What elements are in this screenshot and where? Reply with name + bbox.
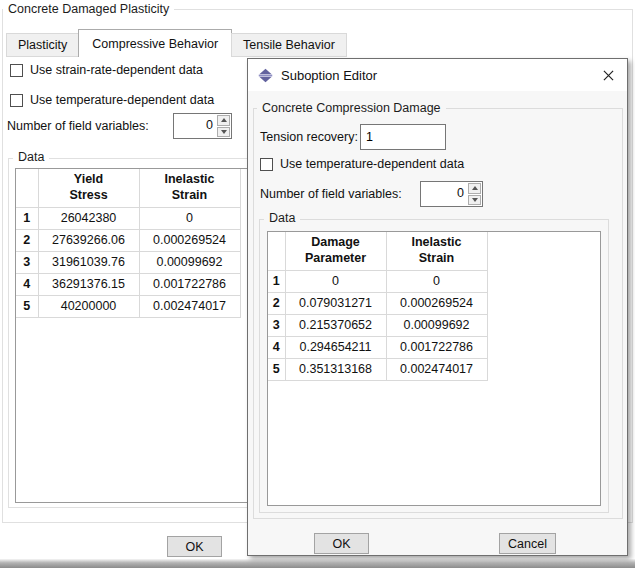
temperature-checkbox-label: Use temperature-dependent data: [30, 93, 214, 107]
table-row: 1260423800: [16, 207, 240, 229]
table-cell[interactable]: 0: [285, 270, 386, 292]
table-cell[interactable]: 0.00099692: [386, 314, 487, 336]
row-number: 2: [268, 292, 285, 314]
damage-parameter-table: Damage Parameter Inelastic Strain 10020.…: [267, 231, 601, 506]
table-cell[interactable]: 0.000269524: [139, 229, 240, 251]
damage-parameter-header: Damage Parameter: [285, 232, 386, 270]
inelastic-strain-header: Inelastic Strain: [386, 232, 487, 270]
tab-tensile-behavior[interactable]: Tensile Behavior: [231, 33, 347, 57]
table-row: 50.3513131680.002474017: [268, 358, 487, 380]
table-row: 30.2153706520.00099692: [268, 314, 487, 336]
data-group-label: Data: [13, 150, 49, 164]
tab-bar: Plasticity Compressive Behavior Tensile …: [6, 29, 347, 57]
dialog-cancel-button[interactable]: Cancel: [499, 533, 556, 554]
spinner-arrows: [467, 182, 482, 206]
concrete-damaged-plasticity-editor: Concrete Damaged Plasticity Plasticity C…: [0, 0, 635, 568]
table-cell[interactable]: 40200000: [38, 295, 139, 317]
yield-stress-header: Yield Stress: [38, 169, 139, 207]
table-row: 5402000000.002474017: [16, 295, 240, 317]
table-cell[interactable]: 31961039.76: [38, 251, 139, 273]
table-row: 436291376.150.001722786: [16, 273, 240, 295]
abaqus-icon: [258, 68, 273, 83]
up-arrow-icon: [472, 186, 478, 190]
corner-header-cell: [268, 232, 285, 270]
table-cell[interactable]: 0.079031271: [285, 292, 386, 314]
table-cell[interactable]: 0.001722786: [139, 273, 240, 295]
down-arrow-icon: [472, 198, 478, 202]
spinner-arrows: [216, 114, 231, 138]
strain-rate-checkbox[interactable]: [10, 64, 23, 77]
table-header-row: Yield Stress Inelastic Strain: [16, 169, 240, 207]
temperature-checkbox[interactable]: [10, 94, 23, 107]
suboption-editor-dialog: Suboption Editor Concrete Compression Da…: [247, 58, 628, 556]
table-cell[interactable]: 0: [139, 207, 240, 229]
table-row: 20.0790312710.000269524: [268, 292, 487, 314]
tab-compressive-behavior[interactable]: Compressive Behavior: [78, 29, 232, 57]
page-title: Concrete Damaged Plasticity: [3, 2, 174, 16]
dialog-temperature-checkbox-label: Use temperature-dependent data: [280, 157, 464, 171]
table-cell[interactable]: 0.294654211: [285, 336, 386, 358]
table-cell[interactable]: 0.002474017: [139, 295, 240, 317]
table-cell[interactable]: 0.351313168: [285, 358, 386, 380]
dialog-temperature-checkbox-row: Use temperature-dependent data: [260, 157, 464, 171]
table-cell[interactable]: 0.215370652: [285, 314, 386, 336]
field-variables-value[interactable]: 0: [174, 114, 216, 138]
table-row: 100: [268, 270, 487, 292]
corner-header-cell: [16, 169, 38, 207]
row-number: 1: [268, 270, 285, 292]
row-number: 5: [16, 295, 38, 317]
strain-rate-checkbox-label: Use strain-rate-dependent data: [30, 63, 203, 77]
dialog-ok-button[interactable]: OK: [314, 533, 369, 554]
dialog-field-variables-value[interactable]: 0: [421, 182, 467, 206]
dialog-field-variables-label: Number of field variables:: [260, 187, 402, 201]
table-cell[interactable]: 36291376.15: [38, 273, 139, 295]
row-number: 3: [268, 314, 285, 336]
table-row: 331961039.760.00099692: [16, 251, 240, 273]
table-row: 40.2946542110.001722786: [268, 336, 487, 358]
table-cell[interactable]: 26042380: [38, 207, 139, 229]
dialog-field-variables-spinbox[interactable]: 0: [420, 181, 483, 207]
dialog-title: Suboption Editor: [281, 68, 599, 83]
table-cell[interactable]: 0.00099692: [139, 251, 240, 273]
table-header-row: Damage Parameter Inelastic Strain: [268, 232, 487, 270]
table-cell[interactable]: 27639266.06: [38, 229, 139, 251]
table-cell[interactable]: 0.002474017: [386, 358, 487, 380]
tension-recovery-input[interactable]: [360, 124, 446, 150]
dialog-titlebar[interactable]: Suboption Editor: [248, 59, 627, 91]
row-number: 2: [16, 229, 38, 251]
field-variables-label: Number of field variables:: [7, 119, 149, 133]
spin-down-button[interactable]: [217, 127, 230, 138]
row-number: 4: [268, 336, 285, 358]
inelastic-strain-header: Inelastic Strain: [139, 169, 240, 207]
row-number: 3: [16, 251, 38, 273]
window-bottom-edge: [0, 560, 635, 568]
dialog-temperature-checkbox[interactable]: [260, 158, 273, 171]
main-ok-button[interactable]: OK: [167, 536, 222, 557]
dialog-data-group-label: Data: [264, 211, 300, 225]
close-icon[interactable]: [599, 66, 617, 84]
up-arrow-icon: [221, 118, 227, 122]
spin-up-button[interactable]: [217, 115, 230, 126]
row-number: 1: [16, 207, 38, 229]
strain-rate-checkbox-row: Use strain-rate-dependent data: [10, 63, 203, 77]
tab-plasticity[interactable]: Plasticity: [6, 33, 79, 57]
compression-damage-group-label: Concrete Compression Damage: [257, 101, 446, 115]
row-number: 4: [16, 273, 38, 295]
table-row: 227639266.060.000269524: [16, 229, 240, 251]
down-arrow-icon: [221, 130, 227, 134]
spin-up-button[interactable]: [468, 183, 481, 194]
spin-down-button[interactable]: [468, 195, 481, 206]
temperature-checkbox-row: Use temperature-dependent data: [10, 93, 214, 107]
table-cell[interactable]: 0.001722786: [386, 336, 487, 358]
table-cell[interactable]: 0.000269524: [386, 292, 487, 314]
field-variables-spinbox[interactable]: 0: [173, 113, 232, 139]
tension-recovery-label: Tension recovery:: [260, 130, 358, 144]
table-cell[interactable]: 0: [386, 270, 487, 292]
row-number: 5: [268, 358, 285, 380]
